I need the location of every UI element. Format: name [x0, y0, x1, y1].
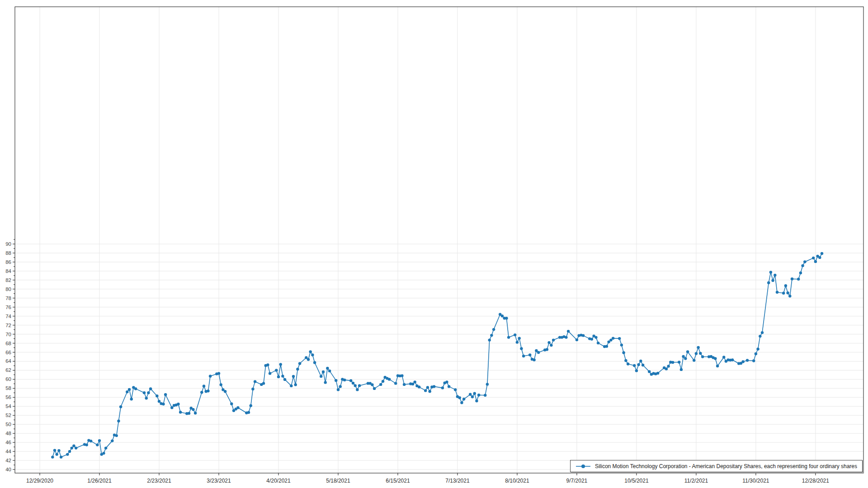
data-point-marker	[143, 391, 146, 394]
y-axis-tick-label: 62	[5, 367, 11, 373]
data-point-marker	[134, 387, 137, 390]
data-point-marker	[460, 401, 463, 404]
data-point-marker	[177, 403, 179, 405]
data-point-marker	[401, 374, 403, 377]
y-axis-tick-label: 48	[5, 431, 11, 436]
data-point-marker	[119, 405, 122, 408]
data-point-marker	[746, 359, 749, 361]
data-point-marker	[767, 282, 770, 284]
data-point-marker	[188, 412, 190, 415]
y-axis-tick-label: 76	[5, 305, 11, 310]
data-point-marker	[68, 450, 71, 453]
legend-series-label: Silicon Motion Technology Corporation - …	[595, 463, 857, 469]
y-axis-tick-label: 80	[5, 286, 11, 292]
data-point-marker	[388, 378, 391, 380]
data-point-marker	[605, 345, 608, 347]
data-point-marker	[799, 272, 802, 274]
data-point-marker	[254, 380, 256, 383]
data-point-marker	[682, 355, 684, 358]
y-axis-tick-label: 78	[5, 296, 11, 301]
data-point-marker	[203, 385, 205, 387]
data-point-marker	[207, 389, 209, 392]
data-point-marker	[756, 347, 759, 350]
y-axis-tick-label: 42	[5, 458, 11, 463]
data-point-marker	[782, 292, 785, 295]
data-point-marker	[484, 394, 486, 397]
data-point-marker	[147, 391, 150, 394]
y-axis-tick-label: 40	[5, 467, 11, 472]
data-point-marker	[418, 385, 420, 388]
y-axis-tick-label: 88	[5, 250, 11, 256]
data-point-marker	[194, 412, 197, 414]
data-point-marker	[567, 330, 570, 333]
data-point-marker	[128, 388, 131, 391]
data-point-marker	[501, 314, 504, 317]
data-point-marker	[812, 257, 815, 259]
data-point-marker	[371, 383, 373, 386]
data-point-marker	[298, 362, 301, 365]
data-point-marker	[612, 337, 614, 339]
plot-area[interactable]: 4042444648505254565860626466687072747678…	[0, 0, 868, 488]
data-point-marker	[179, 411, 182, 413]
data-point-marker	[448, 385, 450, 388]
data-point-marker	[71, 446, 73, 449]
data-point-marker	[307, 358, 310, 361]
data-point-marker	[90, 440, 92, 442]
data-point-marker	[814, 260, 817, 263]
data-point-marker	[352, 382, 354, 385]
data-point-marker	[791, 277, 793, 280]
y-axis-tick-label: 68	[5, 341, 11, 346]
data-point-marker	[382, 380, 384, 383]
x-axis-tick-label: 5/18/2021	[326, 478, 350, 484]
data-point-marker	[433, 385, 435, 388]
y-axis-tick-label: 82	[5, 277, 11, 283]
data-point-marker	[290, 385, 292, 387]
data-point-marker	[547, 341, 550, 344]
data-point-marker	[126, 390, 128, 393]
data-point-marker	[528, 353, 531, 356]
data-point-marker	[699, 352, 702, 355]
data-point-marker	[277, 375, 280, 378]
data-point-marker	[695, 352, 698, 355]
data-point-marker	[648, 370, 651, 373]
data-point-marker	[149, 387, 152, 390]
data-point-marker	[552, 338, 555, 341]
data-point-marker	[624, 359, 627, 362]
data-point-marker	[275, 369, 278, 371]
data-point-marker	[313, 361, 316, 364]
data-point-marker	[230, 403, 233, 405]
data-point-marker	[769, 271, 772, 273]
data-point-marker	[821, 252, 823, 255]
data-point-marker	[475, 399, 478, 402]
y-axis-tick-label: 64	[5, 358, 11, 364]
data-point-marker	[53, 449, 56, 451]
data-point-marker	[678, 361, 680, 363]
data-point-marker	[102, 452, 105, 455]
data-point-marker	[335, 379, 337, 382]
data-point-marker	[75, 446, 77, 449]
data-point-marker	[320, 375, 322, 378]
data-point-marker	[546, 348, 548, 351]
data-point-marker	[281, 375, 284, 377]
x-axis-tick-label: 12/29/2020	[26, 478, 53, 484]
data-point-marker	[520, 347, 523, 350]
data-point-marker	[394, 382, 397, 385]
data-point-marker	[445, 380, 448, 383]
data-point-marker	[741, 360, 744, 363]
data-point-marker	[637, 363, 640, 366]
data-point-marker	[731, 358, 734, 361]
data-point-marker	[379, 383, 382, 386]
data-point-marker	[279, 363, 282, 366]
data-point-marker	[236, 406, 239, 409]
data-point-marker	[262, 382, 265, 385]
data-point-marker	[469, 393, 472, 396]
data-point-marker	[354, 384, 357, 387]
data-point-marker	[788, 295, 791, 297]
x-axis-tick-label: 11/2/2021	[684, 478, 708, 484]
x-axis-tick-label: 12/28/2021	[802, 478, 829, 484]
data-point-marker	[98, 439, 101, 442]
data-point-marker	[292, 375, 295, 378]
data-point-marker	[576, 338, 578, 341]
data-point-marker	[686, 350, 689, 353]
data-point-marker	[403, 383, 406, 386]
